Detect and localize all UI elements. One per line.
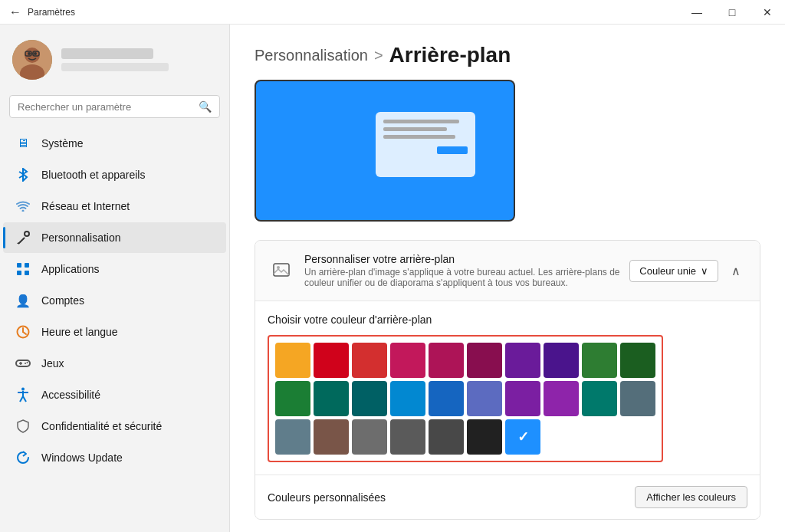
profile-name <box>61 48 153 59</box>
sidebar-item-update[interactable]: Windows Update <box>3 442 226 473</box>
svg-point-21 <box>25 363 26 364</box>
sidebar-item-accessibility[interactable]: Accessibilité <box>3 379 226 410</box>
color-swatch-3[interactable] <box>390 343 425 378</box>
color-swatch-19[interactable] <box>620 381 655 416</box>
privacy-svg <box>17 419 29 433</box>
app-title: Paramètres <box>28 7 75 18</box>
collapse-button[interactable]: ∧ <box>724 259 747 282</box>
gaming-svg <box>15 358 31 369</box>
search-box[interactable]: 🔍 <box>9 95 220 118</box>
sidebar-item-bluetooth[interactable]: Bluetooth et appareils <box>3 159 226 190</box>
preview-button <box>437 146 468 154</box>
background-text: Personnaliser votre arrière-plan Un arri… <box>304 253 629 288</box>
bluetooth-svg <box>17 168 29 182</box>
sidebar-item-label: Système <box>41 137 83 149</box>
color-swatch-18[interactable] <box>582 381 617 416</box>
sidebar-item-system[interactable]: 🖥 Système <box>3 128 226 159</box>
search-icon: 🔍 <box>199 100 212 113</box>
color-swatch-17[interactable] <box>544 381 579 416</box>
accessibility-icon <box>15 387 31 402</box>
preview-line-3 <box>383 135 455 139</box>
color-swatch-26[interactable] <box>505 419 540 455</box>
breadcrumb: Personnalisation > Arrière-plan <box>255 43 760 67</box>
sidebar-item-label: Jeux <box>41 357 64 369</box>
color-swatch-7[interactable] <box>544 343 579 378</box>
sidebar-item-label: Heure et langue <box>41 326 118 338</box>
svg-line-27 <box>23 396 26 402</box>
maximize-button[interactable]: □ <box>714 0 750 25</box>
color-swatch-12[interactable] <box>352 381 387 416</box>
custom-colors-row: Couleurs personnalisées Afficher les cou… <box>255 475 760 519</box>
color-swatch-23[interactable] <box>390 419 425 455</box>
sidebar-item-privacy[interactable]: Confidentialité et sécurité <box>3 411 226 442</box>
update-icon <box>15 450 31 465</box>
sidebar-item-personalization[interactable]: Personnalisation <box>3 222 226 253</box>
content-area: Personnalisation > Arrière-plan <box>230 25 785 532</box>
back-icon[interactable]: ← <box>9 5 21 19</box>
color-swatch-20[interactable] <box>275 419 310 455</box>
breadcrumb-parent[interactable]: Personnalisation <box>255 47 368 64</box>
avatar-svg <box>12 40 52 80</box>
sidebar-item-time[interactable]: Heure et langue <box>3 317 226 347</box>
sidebar-navigation: 🖥 Système Bluetooth et appareils <box>0 127 229 532</box>
app-body: 🔍 🖥 Système Bluetooth et appareils <box>0 25 785 532</box>
update-svg <box>16 451 30 465</box>
close-button[interactable]: ✕ <box>750 0 785 25</box>
color-swatch-16[interactable] <box>505 381 540 416</box>
sidebar-item-label: Bluetooth et appareils <box>41 169 145 181</box>
color-swatch-6[interactable] <box>505 343 540 378</box>
background-type-dropdown[interactable]: Couleur unie ∨ <box>629 260 718 282</box>
background-type-row: Personnaliser votre arrière-plan Un arri… <box>255 241 760 301</box>
color-swatch-8[interactable] <box>582 343 617 378</box>
color-swatch-15[interactable] <box>467 381 502 416</box>
show-colors-button[interactable]: Afficher les couleurs <box>635 486 747 508</box>
minimize-button[interactable]: — <box>679 0 714 25</box>
preview-line-1 <box>383 120 459 123</box>
color-swatch-11[interactable] <box>314 381 349 416</box>
color-swatch-2[interactable] <box>352 343 387 378</box>
bluetooth-icon <box>15 167 31 182</box>
color-swatch-1[interactable] <box>314 343 349 378</box>
sidebar-item-label: Applications <box>41 263 100 275</box>
svg-rect-14 <box>25 271 29 275</box>
profile-info <box>61 48 169 71</box>
svg-rect-28 <box>274 264 289 276</box>
sidebar-item-label: Réseau et Internet <box>41 200 130 212</box>
sidebar: 🔍 🖥 Système Bluetooth et appareils <box>0 25 230 532</box>
color-swatch-5[interactable] <box>467 343 502 378</box>
dropdown-arrow-icon: ∨ <box>701 265 708 277</box>
sidebar-item-gaming[interactable]: Jeux <box>3 348 226 379</box>
sidebar-item-network[interactable]: Réseau et Internet <box>3 191 226 222</box>
sidebar-item-label: Personnalisation <box>41 232 121 244</box>
svg-rect-11 <box>17 263 21 268</box>
accessibility-svg <box>16 387 30 402</box>
sidebar-item-apps[interactable]: Applications <box>3 254 226 284</box>
color-swatch-21[interactable] <box>314 419 349 455</box>
title-bar: ← Paramètres — □ ✕ <box>0 0 785 25</box>
time-svg <box>16 325 30 339</box>
color-section-title: Choisir votre couleur d'arrière-plan <box>268 314 747 326</box>
sidebar-item-label: Accessibilité <box>41 389 100 401</box>
color-swatch-0[interactable] <box>275 343 310 378</box>
avatar <box>12 40 52 80</box>
apps-svg <box>16 262 30 276</box>
color-swatch-4[interactable] <box>429 343 464 378</box>
color-swatch-25[interactable] <box>467 419 502 455</box>
svg-rect-18 <box>16 360 30 366</box>
apps-icon <box>15 261 31 277</box>
svg-point-1 <box>25 48 40 63</box>
color-swatch-14[interactable] <box>429 381 464 416</box>
color-swatch-13[interactable] <box>390 381 425 416</box>
network-svg <box>16 201 30 212</box>
background-controls: Couleur unie ∨ ∧ <box>629 259 747 282</box>
color-swatch-10[interactable] <box>275 381 310 416</box>
svg-rect-12 <box>25 263 29 268</box>
search-input[interactable] <box>18 101 192 113</box>
color-swatch-24[interactable] <box>429 419 464 455</box>
color-swatch-9[interactable] <box>620 343 655 378</box>
background-settings-section: Personnaliser votre arrière-plan Un arri… <box>255 240 760 520</box>
sidebar-item-accounts[interactable]: 👤 Comptes <box>3 285 226 316</box>
svg-line-26 <box>20 396 23 402</box>
color-swatch-22[interactable] <box>352 419 387 455</box>
svg-point-4 <box>34 52 37 55</box>
